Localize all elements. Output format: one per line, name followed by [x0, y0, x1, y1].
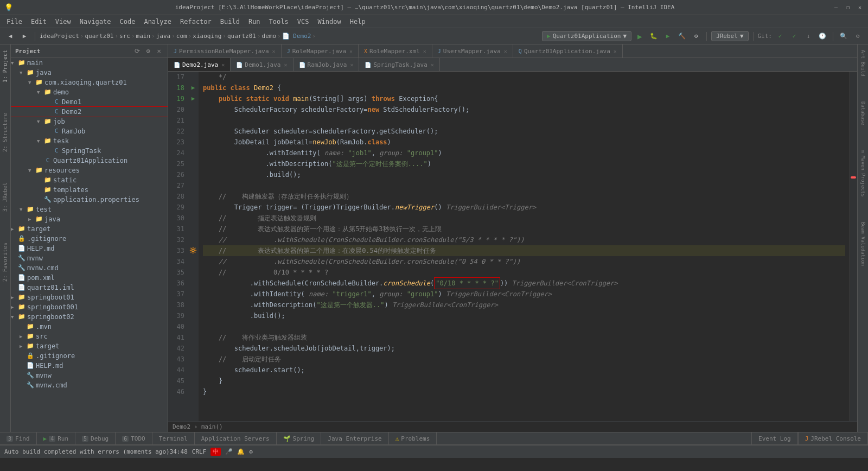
close-button[interactable]: ✕ [856, 4, 864, 11]
tab-close-2[interactable]: ✕ [349, 48, 353, 54]
editor-scrollbar[interactable] [850, 72, 857, 421]
tab-close-rj[interactable]: ✕ [350, 62, 353, 68]
tree-item-1[interactable]: ▼📁java [11, 68, 168, 78]
bottom-tab-run[interactable]: ▶ 4 Run [37, 432, 76, 444]
tree-item-31[interactable]: 📄HELP.md [11, 361, 168, 371]
breadcrumb-demo2[interactable]: 📄 Demo2 [282, 33, 311, 40]
tree-item-13[interactable]: 📁templates [11, 185, 168, 195]
menu-item-view[interactable]: View [51, 17, 75, 27]
git-update-button[interactable]: ↓ [802, 30, 814, 42]
git-check2-button[interactable]: ✓ [788, 30, 800, 42]
menu-item-vcs[interactable]: VCS [293, 17, 314, 27]
status-lang[interactable]: 中 [210, 448, 221, 456]
right-tab-art-build[interactable]: Art Build [859, 47, 867, 80]
tree-item-4[interactable]: CDemo1 [11, 97, 168, 107]
bottom-tab-todo[interactable]: 6 TODO [116, 432, 152, 444]
debug-button[interactable]: 🐛 [648, 30, 660, 42]
maximize-button[interactable]: ❐ [844, 4, 852, 11]
tree-item-18[interactable]: 🔒.gitignore [11, 234, 168, 244]
tree-item-17[interactable]: ▶📁target [11, 224, 168, 234]
right-tab-beam[interactable]: Beam Validation [859, 219, 867, 269]
sidebar-tab-project[interactable]: 1: Project [1, 47, 9, 86]
bottom-tab-app-servers[interactable]: Application Servers [195, 432, 277, 444]
build2-button[interactable]: ⚙ [690, 30, 702, 42]
tree-item-19[interactable]: 📄HELP.md [11, 244, 168, 253]
breadcrumb-demo[interactable]: demo [262, 33, 277, 40]
status-bell[interactable]: 🔔 [237, 448, 245, 455]
minimize-button[interactable]: — [832, 4, 840, 11]
menu-item-build[interactable]: Build [216, 17, 244, 27]
tab-ramjob[interactable]: 📄 RamJob.java ✕ [293, 58, 360, 71]
tree-item-20[interactable]: 🔧mvnw [11, 253, 168, 263]
breadcrumb-src[interactable]: src [119, 33, 130, 40]
tree-item-9[interactable]: CSpringTask [11, 146, 168, 156]
menu-item-help[interactable]: Help [346, 17, 370, 27]
tab-close-d2[interactable]: ✕ [221, 62, 225, 68]
menu-item-window[interactable]: Window [313, 17, 345, 27]
menu-item-analyze[interactable]: Analyze [139, 17, 176, 27]
bottom-tab-spring[interactable]: 🌱 Spring [277, 432, 322, 444]
tab-role-mapper[interactable]: J RoleMapper.java ✕ [282, 44, 359, 58]
status-position[interactable]: 34:48 [170, 448, 188, 455]
tab-demo1[interactable]: 📄 Demo1.java ✕ [231, 58, 293, 71]
tab-permission-role-mapper[interactable]: J PermissionRoleMapper.java ✕ [168, 44, 282, 58]
status-settings[interactable]: ⚙ [249, 448, 253, 455]
tree-item-32[interactable]: 🔧mvnw [11, 371, 168, 380]
menu-item-refactor[interactable]: Refactor [176, 17, 216, 27]
sidebar-tab-jrebel[interactable]: 3: JRebel [1, 179, 9, 215]
tree-item-11[interactable]: ▼📁resources [11, 166, 168, 175]
status-mic[interactable]: 🎤 [225, 448, 233, 455]
sidebar-tab-favorites[interactable]: 2: Favorites [1, 239, 9, 285]
bottom-tab-terminal[interactable]: Terminal [152, 432, 195, 444]
tree-item-22[interactable]: 📄pom.xml [11, 273, 168, 283]
tree-item-16[interactable]: ▶📁java [11, 214, 168, 224]
tree-item-5[interactable]: CDemo2 [11, 107, 168, 117]
right-tab-maven[interactable]: m Maven Projects [859, 147, 867, 200]
project-hide-icon[interactable]: ✕ [155, 47, 163, 55]
menu-item-code[interactable]: Code [116, 17, 140, 27]
tab-close-st[interactable]: ✕ [431, 62, 434, 68]
tab-role-mapper-xml[interactable]: X RoleMapper.xml ✕ [359, 44, 432, 58]
menu-item-file[interactable]: File [2, 17, 27, 27]
build-button[interactable]: 🔨 [676, 30, 688, 42]
tree-item-27[interactable]: 📁.mvn [11, 322, 168, 332]
tree-item-23[interactable]: 📄quartz01.iml [11, 283, 168, 292]
menu-item-edit[interactable]: Edit [27, 17, 51, 27]
tree-item-24[interactable]: ▶📁springboot01 [11, 292, 168, 302]
tab-close-5[interactable]: ✕ [614, 48, 617, 54]
status-crlf[interactable]: CRLF [192, 448, 207, 455]
tree-item-8[interactable]: ▼📁tesk [11, 136, 168, 146]
menu-item-tools[interactable]: Tools [265, 17, 293, 27]
bottom-tab-event-log[interactable]: Event Log [751, 432, 798, 444]
breadcrumb-quartz01b[interactable]: quartz01 [227, 33, 256, 40]
tree-item-25[interactable]: ▶📁springboot001 [11, 302, 168, 312]
git-history-button[interactable]: 🕐 [816, 30, 828, 42]
tree-item-3[interactable]: ▼📁demo [11, 87, 168, 97]
tree-item-0[interactable]: ▼📁main [11, 58, 168, 68]
tab-close-3[interactable]: ✕ [423, 48, 426, 54]
tree-item-28[interactable]: ▶📁src [11, 332, 168, 341]
tree-item-2[interactable]: ▼📁com.xiaoqing.quartz01 [11, 78, 168, 87]
bottom-tab-find[interactable]: 3 Find [0, 432, 37, 444]
menu-item-navigate[interactable]: Navigate [75, 17, 116, 27]
tree-item-33[interactable]: 🔧mvnw.cmd [11, 380, 168, 390]
code-editor[interactable]: 17 18 19 20 21 22 23 24 25 26 27 28 29 3… [168, 72, 857, 421]
tree-item-6[interactable]: ▼📁job [11, 117, 168, 126]
bottom-tab-problems[interactable]: ⚠ Problems [389, 432, 437, 444]
tree-item-15[interactable]: ▼📁test [11, 205, 168, 214]
tree-item-21[interactable]: 🔧mvnw.cmd [11, 263, 168, 273]
bottom-tab-jrebel-console[interactable]: J JRebel Console [798, 432, 868, 444]
run-button[interactable]: ▶ [634, 30, 646, 42]
settings-button[interactable]: ⚙ [852, 30, 864, 42]
tree-item-10[interactable]: CQuartz01Application [11, 156, 168, 166]
breadcrumb-com[interactable]: com [176, 33, 187, 40]
breadcrumb-quartz01[interactable]: quartz01 [85, 33, 113, 40]
code-content[interactable]: */ public class Demo2 { public static vo… [199, 72, 850, 421]
sidebar-tab-structure[interactable]: 2: Structure [1, 110, 9, 155]
search-everywhere-button[interactable]: 🔍 [838, 30, 850, 42]
tab-close-4[interactable]: ✕ [504, 48, 507, 54]
tree-item-12[interactable]: 📁static [11, 175, 168, 185]
tree-item-30[interactable]: 🔒.gitignore [11, 351, 168, 361]
tab-springtask[interactable]: 📄 SpringTask.java ✕ [359, 58, 439, 71]
menu-item-run[interactable]: Run [244, 17, 265, 27]
